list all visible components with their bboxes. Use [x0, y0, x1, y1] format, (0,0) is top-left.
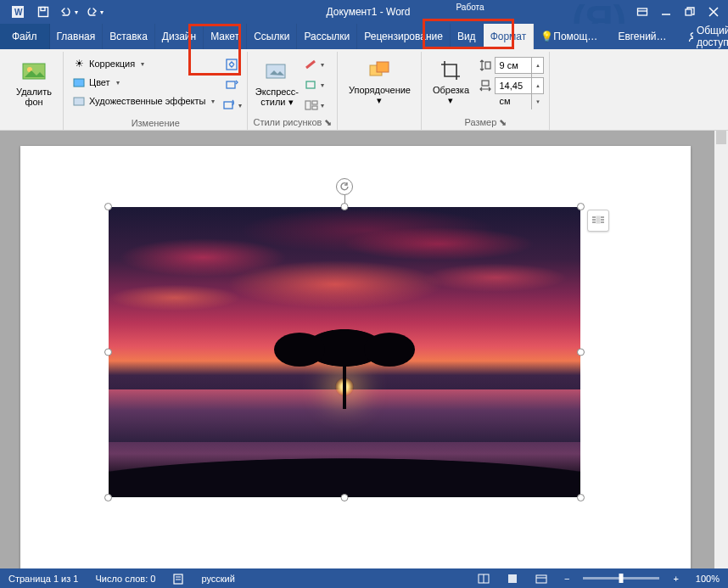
- view-print[interactable]: [498, 568, 527, 588]
- change-group-label: Изменение: [69, 118, 242, 130]
- tell-me-label: Помощ…: [553, 31, 597, 42]
- handle-tl[interactable]: [104, 203, 112, 210]
- handle-b[interactable]: [341, 494, 349, 501]
- change-picture-button[interactable]: [221, 76, 242, 94]
- width-spinner[interactable]: ▲▼: [531, 78, 543, 93]
- layout-options-button[interactable]: [587, 210, 609, 232]
- svg-rect-12: [227, 81, 235, 88]
- svg-rect-17: [312, 101, 317, 104]
- share-button[interactable]: Общий доступ: [680, 25, 728, 48]
- minimize-icon[interactable]: [655, 2, 677, 22]
- width-value: 14,45 см: [499, 81, 523, 106]
- document-area: [0, 131, 728, 568]
- ribbon: Удалитьфон ☀Коррекция Цвет Художественны…: [0, 49, 728, 131]
- remove-background-button[interactable]: Удалитьфон: [10, 55, 58, 110]
- styles-l2: стили: [260, 97, 285, 107]
- remove-bg-l1: Удалить: [16, 87, 52, 97]
- effects-icon: [72, 94, 86, 108]
- handle-t[interactable]: [341, 203, 349, 210]
- picture-layout-button[interactable]: [304, 96, 324, 115]
- account-user[interactable]: Евгений…: [611, 31, 673, 42]
- height-spinner[interactable]: ▲▼: [531, 58, 543, 73]
- handle-bl[interactable]: [104, 494, 112, 501]
- svg-rect-21: [485, 62, 490, 69]
- svg-rect-13: [224, 102, 232, 109]
- arrange-label: Упорядочение: [349, 85, 411, 95]
- tab-file[interactable]: Файл: [0, 24, 50, 49]
- styles-l1: Экспресс-: [255, 87, 299, 97]
- vertical-scrollbar[interactable]: [714, 131, 728, 568]
- svg-rect-23: [596, 216, 600, 223]
- handle-l[interactable]: [104, 349, 112, 356]
- svg-rect-20: [377, 62, 389, 72]
- selected-picture[interactable]: [109, 207, 580, 497]
- tab-view[interactable]: Вид: [451, 24, 484, 49]
- share-label: Общий доступ: [697, 25, 728, 48]
- quick-styles-button[interactable]: Экспресс-стили ▾: [253, 55, 300, 110]
- picture-tools-context: Работа: [445, 0, 496, 20]
- svg-rect-16: [305, 101, 311, 109]
- svg-rect-26: [508, 574, 517, 583]
- tell-me[interactable]: 💡 Помощ…: [534, 31, 604, 42]
- arrange-button[interactable]: Упорядочение▾: [343, 55, 416, 109]
- view-read[interactable]: [469, 568, 498, 588]
- crop-label: Обрезка: [433, 85, 469, 95]
- svg-text:W: W: [14, 8, 23, 17]
- title-bar: W Документ1 - Word (Я) Работа: [0, 0, 728, 24]
- restore-icon[interactable]: [679, 2, 701, 22]
- rotate-handle[interactable]: [336, 178, 353, 195]
- zoom-level[interactable]: 100%: [687, 568, 728, 588]
- zoom-out[interactable]: −: [556, 568, 578, 588]
- ribbon-options-icon[interactable]: [631, 2, 653, 22]
- crop-button[interactable]: Обрезка▾: [427, 55, 474, 109]
- svg-rect-3: [41, 8, 45, 11]
- color-icon: [72, 76, 86, 89]
- word-icon: W: [7, 2, 29, 22]
- tab-review[interactable]: Рецензирование: [357, 24, 451, 49]
- undo-icon[interactable]: [58, 2, 80, 22]
- handle-br[interactable]: [577, 494, 585, 501]
- svg-rect-15: [306, 81, 315, 88]
- tab-design[interactable]: Дизайн: [155, 24, 204, 49]
- tab-insert[interactable]: Вставка: [103, 24, 155, 49]
- width-field[interactable]: 14,45 см▲▼: [478, 77, 544, 94]
- height-field[interactable]: 9 см▲▼: [478, 57, 544, 74]
- compress-pictures-button[interactable]: [221, 55, 242, 74]
- tab-layout[interactable]: Макет: [204, 24, 247, 49]
- page[interactable]: [20, 146, 691, 568]
- close-icon[interactable]: [703, 2, 725, 22]
- svg-rect-14: [266, 64, 285, 78]
- word-count[interactable]: Число слов: 0: [87, 568, 164, 588]
- handle-r[interactable]: [577, 349, 585, 356]
- zoom-slider[interactable]: [583, 577, 659, 580]
- proofing-icon[interactable]: [164, 568, 193, 588]
- svg-rect-11: [227, 59, 237, 70]
- reset-picture-button[interactable]: [221, 96, 242, 115]
- svg-rect-27: [536, 575, 546, 583]
- redo-icon[interactable]: [83, 2, 105, 22]
- svg-rect-18: [312, 106, 317, 109]
- handle-tr[interactable]: [577, 203, 585, 210]
- svg-point-6: [691, 32, 693, 36]
- corrections-button[interactable]: ☀Коррекция: [69, 55, 218, 72]
- width-icon: [478, 78, 493, 93]
- styles-group-label: Стили рисунков: [253, 117, 322, 127]
- status-bar: Страница 1 из 1 Число слов: 0 русский − …: [0, 568, 728, 588]
- svg-rect-2: [39, 8, 48, 17]
- tab-mailings[interactable]: Рассылки: [297, 24, 357, 49]
- picture-border-button[interactable]: [304, 55, 324, 74]
- artistic-effects-button[interactable]: Художественные эффекты: [69, 92, 218, 109]
- language-indicator[interactable]: русский: [193, 568, 243, 588]
- tab-references[interactable]: Ссылки: [247, 24, 297, 49]
- size-group-label: Размер: [465, 117, 497, 127]
- picture-content: [109, 207, 580, 497]
- tab-home[interactable]: Главная: [50, 24, 104, 49]
- view-web[interactable]: [527, 568, 556, 588]
- effects-label: Художественные эффекты: [89, 96, 205, 106]
- picture-effects-button[interactable]: [304, 76, 324, 94]
- tab-format[interactable]: Формат: [484, 24, 535, 49]
- page-indicator[interactable]: Страница 1 из 1: [0, 568, 87, 588]
- zoom-in[interactable]: +: [664, 568, 686, 588]
- save-icon[interactable]: [32, 2, 54, 22]
- color-button[interactable]: Цвет: [69, 74, 218, 91]
